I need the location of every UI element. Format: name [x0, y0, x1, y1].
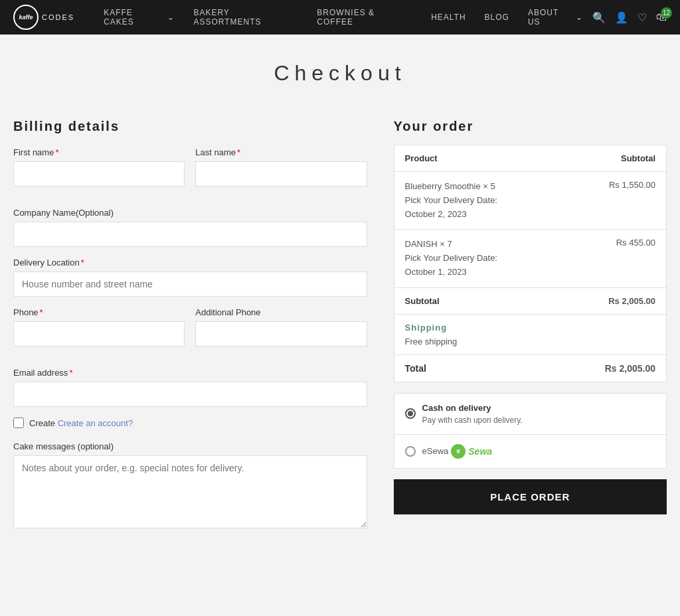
nav-brownies-coffee[interactable]: BROWNIES & COFFEE — [307, 8, 422, 27]
order-item-2-price: Rs 455.00 — [610, 238, 655, 248]
billing-section: Billing details First name* Last name* C… — [13, 119, 367, 539]
delivery-location-label: Delivery Location* — [13, 258, 367, 268]
logo-text: CODES — [42, 13, 74, 21]
shipping-title: Shipping — [405, 323, 655, 333]
subtotal-label: Subtotal — [405, 296, 440, 306]
billing-section-title: Billing details — [13, 119, 367, 134]
phone-row: Phone* Additional Phone — [13, 307, 367, 357]
esewa-logo: eSewa e Sewa — [422, 444, 493, 459]
create-account-label: Create Create an account? — [29, 418, 133, 428]
payment-esewa-option[interactable]: eSewa e Sewa — [394, 435, 666, 468]
nav-health[interactable]: HEALTH — [422, 13, 475, 22]
navigation: kaffe CODES KAFFE CAKES ⌄ BAKERY ASSORTM… — [0, 0, 680, 35]
checkout-layout: Billing details First name* Last name* C… — [13, 119, 667, 539]
first-name-label: First name* — [13, 147, 185, 157]
order-shipping-section: Shipping Free shipping — [394, 315, 666, 355]
order-item-1-delivery-date: October 2, 2023 — [405, 208, 497, 222]
account-button[interactable]: 👤 — [615, 11, 628, 24]
create-account-row: Create Create an account? — [13, 418, 367, 428]
order-item-1-name: Blueberry Smoothie × 5 — [405, 180, 497, 194]
shipping-value: Free shipping — [405, 337, 655, 346]
chevron-down-icon: ⌄ — [576, 13, 583, 22]
cake-messages-textarea[interactable] — [13, 455, 367, 528]
delivery-location-group: Delivery Location* — [13, 258, 367, 297]
page-wrapper: Checkout Billing details First name* Las… — [0, 35, 680, 579]
additional-phone-input[interactable] — [195, 321, 367, 346]
total-label: Total — [405, 363, 426, 374]
first-name-group: First name* — [13, 147, 185, 187]
heart-icon: ♡ — [638, 11, 647, 24]
email-label: Email address* — [13, 368, 367, 378]
payment-cod-option[interactable]: Cash on delivery Pay with cash upon deli… — [394, 394, 666, 435]
order-subtotal-row: Subtotal Rs 2,005.00 — [394, 288, 666, 315]
last-name-label: Last name* — [195, 147, 367, 157]
logo[interactable]: kaffe CODES — [13, 5, 74, 30]
chevron-down-icon: ⌄ — [167, 13, 175, 22]
order-item-2-delivery-label: Pick Your Delivery Date: — [405, 252, 497, 266]
company-name-group: Company Name(Optional) — [13, 208, 367, 247]
user-icon: 👤 — [615, 11, 628, 24]
payment-options: Cash on delivery Pay with cash upon deli… — [394, 393, 667, 469]
order-total-row: Total Rs 2,005.00 — [394, 355, 666, 382]
order-item-1-details: Blueberry Smoothie × 5 Pick Your Deliver… — [405, 180, 497, 221]
cod-radio — [405, 408, 416, 419]
last-name-input[interactable] — [195, 161, 367, 187]
order-section-title: Your order — [394, 119, 667, 134]
order-table-header: Product Subtotal — [394, 145, 666, 172]
additional-phone-group: Additional Phone — [195, 307, 367, 346]
order-item-1-price: Rs 1,550.00 — [602, 180, 655, 190]
email-group: Email address* — [13, 368, 367, 407]
cart-button[interactable]: 🛍 12 — [656, 11, 667, 23]
search-button[interactable]: 🔍 — [592, 11, 606, 24]
company-name-input[interactable] — [13, 222, 367, 247]
search-icon: 🔍 — [592, 11, 606, 24]
total-value: Rs 2,005.00 — [605, 363, 655, 374]
order-item-1-delivery-label: Pick Your Delivery Date: — [405, 194, 497, 208]
company-name-label: Company Name(Optional) — [13, 208, 367, 218]
order-item-2-name: DANISH × 7 — [405, 238, 497, 252]
nav-bakery-assortments[interactable]: BAKERY ASSORTMENTS — [184, 8, 307, 27]
cake-messages-label: Cake messages (optional) — [13, 441, 367, 451]
subtotal-value: Rs 2,005.00 — [608, 296, 655, 306]
delivery-location-input[interactable] — [13, 271, 367, 297]
email-input[interactable] — [13, 382, 367, 407]
required-indicator: * — [81, 258, 84, 268]
required-indicator: * — [40, 307, 43, 317]
wishlist-button[interactable]: ♡ — [638, 11, 647, 24]
subtotal-col-header: Subtotal — [621, 153, 655, 163]
cake-messages-group: Cake messages (optional) — [13, 441, 367, 528]
nav-icons: 🔍 👤 ♡ 🛍 12 — [592, 11, 667, 24]
name-row: First name* Last name* — [13, 147, 367, 197]
required-indicator: * — [237, 147, 240, 157]
product-col-header: Product — [405, 153, 438, 163]
phone-label: Phone* — [13, 307, 185, 317]
first-name-input[interactable] — [13, 161, 185, 187]
order-section: Your order Product Subtotal Blueberry Sm… — [394, 119, 667, 514]
place-order-button[interactable]: Place order — [394, 479, 667, 514]
phone-input[interactable] — [13, 321, 185, 346]
cod-radio-dot — [408, 411, 413, 416]
esewa-brand-name: Sewa — [468, 446, 492, 457]
esewa-text-label: eSewa — [422, 446, 449, 456]
nav-about-us[interactable]: ABOUT US ⌄ — [519, 8, 592, 27]
esewa-icon: e — [451, 444, 466, 459]
page-title: Checkout — [13, 61, 667, 86]
create-account-link[interactable]: Create an account? — [58, 418, 133, 428]
nav-links: KAFFE CAKES ⌄ BAKERY ASSORTMENTS BROWNIE… — [94, 8, 592, 27]
nav-kaffe-cakes[interactable]: KAFFE CAKES ⌄ — [94, 8, 184, 27]
cart-count: 12 — [661, 7, 672, 19]
required-indicator: * — [55, 147, 58, 157]
last-name-group: Last name* — [195, 147, 367, 187]
order-item-2-delivery-date: October 1, 2023 — [405, 266, 497, 279]
cod-description: Pay with cash upon delivery. — [422, 416, 523, 425]
order-table: Product Subtotal Blueberry Smoothie × 5 … — [394, 145, 667, 382]
esewa-radio — [405, 446, 416, 457]
create-account-checkbox[interactable] — [13, 418, 24, 428]
order-item-2-details: DANISH × 7 Pick Your Delivery Date: Octo… — [405, 238, 497, 279]
nav-blog[interactable]: BLOG — [475, 13, 519, 22]
logo-icon: kaffe — [13, 5, 39, 30]
order-item-2: DANISH × 7 Pick Your Delivery Date: Octo… — [394, 230, 666, 287]
phone-group: Phone* — [13, 307, 185, 346]
cod-option-inner: Cash on delivery Pay with cash upon deli… — [422, 403, 523, 425]
additional-phone-label: Additional Phone — [195, 307, 367, 317]
